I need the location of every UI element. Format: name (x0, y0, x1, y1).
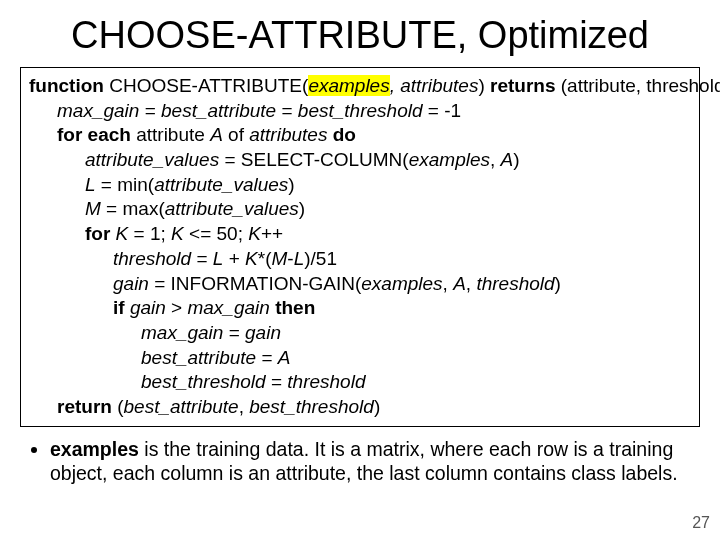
text: ) (555, 273, 561, 294)
code-line: best_attribute = A (29, 346, 691, 371)
bullet-text: is the training data. It is a matrix, wh… (50, 438, 678, 484)
var: A (453, 273, 466, 294)
kw-do: do (333, 124, 356, 145)
var: gain (130, 297, 166, 318)
code-line: M = max(attribute_values) (29, 197, 691, 222)
var: threshold (287, 371, 365, 392)
bullet-term: examples (50, 438, 139, 460)
text: (attribute, threshold) (556, 75, 721, 96)
var: best_threshold (141, 371, 266, 392)
code-line: for each attribute A of attributes do (29, 123, 691, 148)
text: = min( (96, 174, 155, 195)
kw-if: if (113, 297, 125, 318)
text: , (490, 149, 501, 170)
text: )/51 (304, 248, 337, 269)
var: attribute_values (85, 149, 219, 170)
text: ) (478, 75, 490, 96)
var: attribute_values (165, 198, 299, 219)
text: = (256, 347, 278, 368)
code-line: best_threshold = threshold (29, 370, 691, 395)
var: max_gain (141, 322, 223, 343)
text: ) (374, 396, 380, 417)
text: = INFORMATION-GAIN( (149, 273, 361, 294)
text: , attributes (390, 75, 479, 96)
pseudocode-box: function CHOOSE-ATTRIBUTE(examples, attr… (20, 67, 700, 427)
text: = -1 (423, 100, 462, 121)
kw-returns: returns (490, 75, 555, 96)
text: = (191, 248, 213, 269)
text: ) (299, 198, 305, 219)
var: examples (361, 273, 442, 294)
var: A (278, 347, 291, 368)
kw-return: return (57, 396, 112, 417)
var: L (294, 248, 305, 269)
text: = SELECT-COLUMN( (219, 149, 409, 170)
text: + (223, 248, 245, 269)
kw-function: function (29, 75, 104, 96)
slide: CHOOSE-ATTRIBUTE, Optimized function CHO… (0, 0, 720, 540)
text: ( (112, 396, 124, 417)
text: > (166, 297, 188, 318)
code-line: max_gain = gain (29, 321, 691, 346)
text: = (139, 100, 161, 121)
bullet-list: examples is the training data. It is a m… (28, 437, 700, 486)
var: best_threshold (249, 396, 374, 417)
kw-for: for each (57, 124, 131, 145)
text: CHOOSE-ATTRIBUTE( (104, 75, 308, 96)
var: A (210, 124, 223, 145)
text: , (239, 396, 250, 417)
code-line: if gain > max_gain then (29, 296, 691, 321)
text: ) (513, 149, 519, 170)
var: threshold (476, 273, 554, 294)
text: ) (288, 174, 294, 195)
var: best_attribute (161, 100, 276, 121)
var: examples (409, 149, 490, 170)
text: , (466, 273, 477, 294)
code-line: for K = 1; K <= 50; K++ (29, 222, 691, 247)
text: = (266, 371, 288, 392)
bullet-item: examples is the training data. It is a m… (50, 437, 700, 486)
var: L (213, 248, 224, 269)
var: K (116, 223, 129, 244)
code-line: attribute_values = SELECT-COLUMN(example… (29, 148, 691, 173)
slide-title: CHOOSE-ATTRIBUTE, Optimized (20, 14, 700, 57)
code-line: max_gain = best_attribute = best_thresho… (29, 99, 691, 124)
var: best_threshold (298, 100, 423, 121)
text: attribute (131, 124, 210, 145)
var: best_attribute (124, 396, 239, 417)
kw-for: for (85, 223, 110, 244)
code-line: threshold = L + K*(M-L)/51 (29, 247, 691, 272)
var: attribute_values (154, 174, 288, 195)
var: threshold (113, 248, 191, 269)
code-line: return (best_attribute, best_threshold) (29, 395, 691, 420)
var: attributes (249, 124, 327, 145)
page-number: 27 (692, 514, 710, 532)
text: ++ (261, 223, 283, 244)
var: M (271, 248, 287, 269)
code-line: function CHOOSE-ATTRIBUTE(examples, attr… (29, 74, 691, 99)
text: *( (258, 248, 272, 269)
text: <= 50; (184, 223, 248, 244)
var: best_attribute (141, 347, 256, 368)
var: gain (245, 322, 281, 343)
text: = 1; (128, 223, 171, 244)
var: K (248, 223, 261, 244)
var: gain (113, 273, 149, 294)
var: max_gain (57, 100, 139, 121)
var: max_gain (187, 297, 269, 318)
text: of (223, 124, 249, 145)
kw-then: then (275, 297, 315, 318)
text: = max( (101, 198, 165, 219)
var: K (171, 223, 184, 244)
var: L (85, 174, 96, 195)
text: = (276, 100, 298, 121)
arg-examples-highlight: examples (308, 75, 389, 96)
code-line: gain = INFORMATION-GAIN(examples, A, thr… (29, 272, 691, 297)
var: K (245, 248, 258, 269)
code-line: L = min(attribute_values) (29, 173, 691, 198)
var: A (501, 149, 514, 170)
text: , (443, 273, 454, 294)
var: M (85, 198, 101, 219)
text: = (223, 322, 245, 343)
